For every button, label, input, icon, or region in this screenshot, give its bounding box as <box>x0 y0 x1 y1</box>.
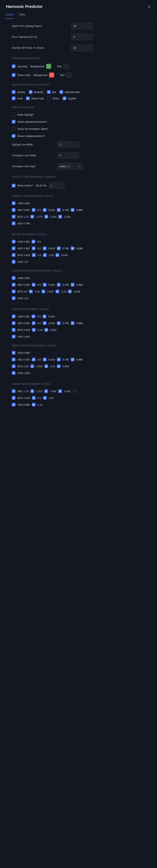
move-charts-checkbox[interactable] <box>12 184 15 187</box>
altbat-bcd-3618-checkbox[interactable] <box>68 290 71 293</box>
down-text-swatch[interactable] <box>66 72 71 78</box>
crab-abc-0886-checkbox[interactable] <box>71 321 74 325</box>
altbat-bcd-314-checkbox[interactable] <box>56 290 59 293</box>
altbat-bcd-224-checkbox[interactable] <box>29 290 33 293</box>
crab-bcd-2618-checkbox[interactable] <box>12 328 15 332</box>
up-buy-checkbox[interactable] <box>12 64 15 68</box>
gartley-abc-0618-checkbox[interactable] <box>43 208 46 212</box>
crab-xad-checkbox[interactable] <box>12 335 15 338</box>
altbat-abc-0382-checkbox[interactable] <box>12 283 15 286</box>
formation-width-input[interactable] <box>57 152 79 159</box>
bat-abc-0618-checkbox[interactable] <box>43 247 46 250</box>
crab-xab-05-checkbox[interactable] <box>32 315 35 318</box>
gartley-bcd-1414-checkbox[interactable] <box>44 215 48 218</box>
show-noformation-checkbox[interactable] <box>12 127 15 131</box>
shark-bcd-1618-checkbox[interactable] <box>12 396 15 400</box>
move-by-input[interactable] <box>49 182 64 189</box>
deepcrab-xab-checkbox[interactable] <box>12 351 15 354</box>
zigzag-width-input[interactable] <box>57 141 79 148</box>
formation-style-select[interactable]: solid (—) <box>57 163 83 169</box>
shark-bcd-20-checkbox[interactable] <box>32 396 36 400</box>
error-tolerance-label: Error Tolerance (In %) <box>12 35 71 38</box>
deepcrab-abc-0618-checkbox[interactable] <box>43 358 46 361</box>
gartley-xad-checkbox[interactable] <box>12 222 15 225</box>
shark-xad-0886-checkbox[interactable] <box>12 403 15 406</box>
deepcrab-bcd-224-checkbox[interactable] <box>12 365 15 368</box>
butterfly-checkbox[interactable] <box>29 90 32 94</box>
crab-abc-0618-checkbox[interactable] <box>43 321 46 325</box>
gartley-bcd-113-checkbox[interactable] <box>12 215 15 218</box>
shark-checkbox[interactable] <box>47 97 51 100</box>
draw-zigzag-checkbox[interactable] <box>12 113 15 116</box>
shark-abc-1414-label: 1.414 <box>50 390 56 393</box>
gartley-bcd-1272-checkbox[interactable] <box>30 215 34 218</box>
deepcrab-checkbox[interactable] <box>26 97 30 100</box>
bat-bcd-224-checkbox[interactable] <box>43 253 47 257</box>
error-tolerance-input[interactable] <box>71 34 93 40</box>
bat-abc-05-checkbox[interactable] <box>32 247 35 250</box>
down-sell-checkbox[interactable] <box>12 73 15 77</box>
tab-inputs[interactable]: Inputs <box>6 11 13 19</box>
shark-abc-1618-checkbox[interactable] <box>58 390 62 393</box>
crab-abc-0382-checkbox[interactable] <box>12 321 15 325</box>
altbat-abc-0786-checkbox[interactable] <box>57 283 61 286</box>
gartley-abc-05-checkbox[interactable] <box>32 208 35 212</box>
crab-checkbox[interactable] <box>12 97 15 100</box>
tab-style[interactable]: Style <box>19 11 25 19</box>
altbat-xab-checkbox[interactable] <box>12 276 15 280</box>
bat-abc-0382-checkbox[interactable] <box>12 247 15 250</box>
bat-xad-checkbox[interactable] <box>12 260 15 264</box>
bat-bcd-1618-checkbox[interactable] <box>12 253 15 257</box>
bat-abc-0786-checkbox[interactable] <box>57 247 61 250</box>
cypher-checkbox[interactable] <box>63 97 66 100</box>
bat-xab-0382-checkbox[interactable] <box>12 240 15 243</box>
up-text-swatch[interactable] <box>63 64 69 69</box>
bat-bcd-2618-checkbox[interactable] <box>56 253 59 257</box>
crab-bcd-314-checkbox[interactable] <box>32 328 36 332</box>
deepcrab-abc-0886-checkbox[interactable] <box>71 358 74 361</box>
crab-xab-0618-checkbox[interactable] <box>43 315 46 318</box>
bat-bcd-20-checkbox[interactable] <box>32 253 36 257</box>
up-bg-swatch[interactable] <box>46 64 51 69</box>
shark-abc-1272-checkbox[interactable] <box>30 390 34 393</box>
shark-abc-113-checkbox[interactable] <box>12 390 15 393</box>
altbat-abc-05-checkbox[interactable] <box>32 283 35 286</box>
crab-bcd-3618-checkbox[interactable] <box>44 328 48 332</box>
gartley-xab-checkbox[interactable] <box>12 202 15 205</box>
gartley-bcd-1618-checkbox[interactable] <box>58 215 62 218</box>
altbat-bcd-20-checkbox[interactable] <box>12 290 15 293</box>
shark-bcd-224-checkbox[interactable] <box>43 396 47 400</box>
deepcrab-abc-05-checkbox[interactable] <box>32 358 35 361</box>
crab-xab-0382-checkbox[interactable] <box>12 315 15 318</box>
show-multiple-checkbox[interactable] <box>12 134 15 138</box>
bat-checkbox[interactable] <box>47 90 51 94</box>
shark-abc-1414-checkbox[interactable] <box>44 390 48 393</box>
deepcrab-xad-checkbox[interactable] <box>12 371 15 375</box>
gartley-checkbox[interactable] <box>12 90 15 94</box>
altbat-xad-checkbox[interactable] <box>12 297 15 300</box>
altbat-abc-0618-checkbox[interactable] <box>43 283 46 286</box>
deepcrab-bcd-3618-checkbox[interactable] <box>57 365 61 368</box>
deepcrab-bcd-2618-checkbox[interactable] <box>30 365 34 368</box>
deepcrab-abc-0786-checkbox[interactable] <box>57 358 61 361</box>
altbat-abc-0886-checkbox[interactable] <box>71 283 74 286</box>
altbat-bcd-2618-checkbox[interactable] <box>41 290 45 293</box>
show-retracement-checkbox[interactable] <box>12 120 15 123</box>
gartley-abc-0786-checkbox[interactable] <box>57 208 61 212</box>
shark-xad-113-checkbox[interactable] <box>32 403 35 406</box>
deepcrab-bcd-314-checkbox[interactable] <box>44 365 48 368</box>
down-bg-swatch[interactable] <box>49 72 54 78</box>
bat-abc-0886-checkbox[interactable] <box>71 247 74 250</box>
info-icon[interactable]: i <box>73 390 76 393</box>
deepcrab-abc-0382-checkbox[interactable] <box>12 358 15 361</box>
gartley-abc-0382-checkbox[interactable] <box>12 208 15 212</box>
gartley-abc-0886-checkbox[interactable] <box>71 208 74 212</box>
close-icon[interactable] <box>147 5 151 9</box>
crab-abc-0786-checkbox[interactable] <box>57 321 61 325</box>
altbat-checkbox[interactable] <box>60 90 63 94</box>
depth-input[interactable] <box>71 23 93 29</box>
crab-abc-05-checkbox[interactable] <box>32 321 35 325</box>
bat-xab-05-checkbox[interactable] <box>32 240 35 243</box>
points-check-input[interactable] <box>71 44 93 51</box>
cypher-label: Cypher <box>68 97 76 100</box>
